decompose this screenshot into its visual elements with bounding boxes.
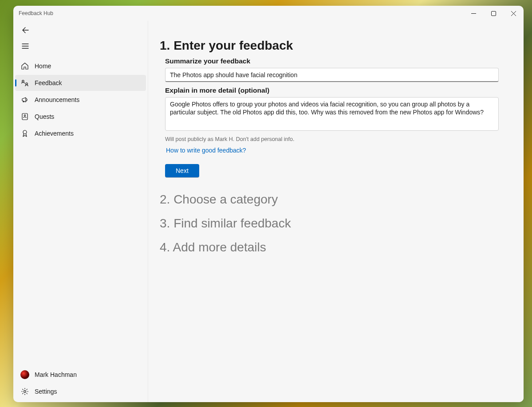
svg-point-1 [22, 80, 24, 82]
sidebar-item-quests[interactable]: Quests [15, 109, 146, 125]
megaphone-icon [20, 95, 29, 104]
sidebar-bottom: Mark Hachman Settings [13, 364, 148, 402]
svg-point-4 [24, 115, 25, 116]
gear-icon [20, 387, 29, 396]
app-window: Feedback Hub [13, 6, 524, 402]
detail-label: Explain in more detail (optional) [165, 86, 512, 94]
nav-list: Home Feedback Announcements [13, 56, 148, 364]
svg-point-5 [23, 130, 27, 134]
titlebar: Feedback Hub [13, 6, 524, 21]
sidebar-item-label: Announcements [35, 96, 79, 103]
quests-icon [20, 112, 29, 121]
minimize-button[interactable] [464, 7, 484, 20]
post-hint: Will post publicly as Mark H. Don't add … [165, 136, 512, 142]
next-button[interactable]: Next [165, 164, 199, 177]
sidebar-item-account[interactable]: Mark Hachman [15, 367, 146, 383]
step4-title: 4. Add more details [160, 240, 512, 254]
step1-title: 1. Enter your feedback [160, 39, 512, 53]
sidebar-item-announcements[interactable]: Announcements [15, 92, 146, 108]
home-icon [20, 62, 29, 70]
svg-rect-3 [22, 113, 28, 120]
sidebar-item-settings[interactable]: Settings [15, 384, 146, 399]
sidebar-item-label: Achievements [35, 130, 74, 137]
minimize-icon [471, 11, 476, 16]
maximize-icon [491, 11, 496, 16]
hamburger-icon [22, 43, 29, 50]
feedback-icon [20, 78, 29, 87]
main-content: 1. Enter your feedback Summarize your fe… [148, 21, 524, 402]
svg-rect-0 [492, 11, 496, 16]
detail-group: Explain in more detail (optional) [165, 86, 512, 133]
close-button[interactable] [504, 7, 524, 20]
sidebar-item-label: Feedback [35, 79, 62, 86]
svg-point-2 [26, 83, 28, 85]
summary-label: Summarize your feedback [165, 57, 512, 65]
step3-title: 3. Find similar feedback [160, 216, 512, 231]
nav-toggle-button[interactable] [17, 39, 34, 54]
user-name: Mark Hachman [35, 371, 77, 378]
app-body: Home Feedback Announcements [13, 21, 524, 402]
step2-title: 2. Choose a category [160, 192, 512, 207]
back-icon [22, 27, 29, 34]
settings-label: Settings [35, 388, 57, 395]
detail-textarea[interactable] [165, 97, 499, 131]
close-icon [511, 11, 516, 16]
summary-group: Summarize your feedback [165, 57, 512, 82]
sidebar-item-achievements[interactable]: Achievements [15, 125, 146, 141]
sidebar-item-home[interactable]: Home [15, 58, 146, 74]
window-title: Feedback Hub [19, 10, 464, 16]
sidebar-item-feedback[interactable]: Feedback [15, 75, 146, 91]
svg-point-6 [24, 391, 26, 393]
sidebar-item-label: Quests [35, 113, 54, 120]
avatar [20, 370, 29, 379]
summary-input[interactable] [165, 68, 499, 82]
sidebar-item-label: Home [35, 63, 51, 70]
trophy-icon [20, 129, 29, 138]
back-button[interactable] [17, 23, 34, 38]
help-link[interactable]: How to write good feedback? [166, 147, 246, 154]
maximize-button[interactable] [484, 7, 504, 20]
sidebar: Home Feedback Announcements [13, 21, 148, 402]
